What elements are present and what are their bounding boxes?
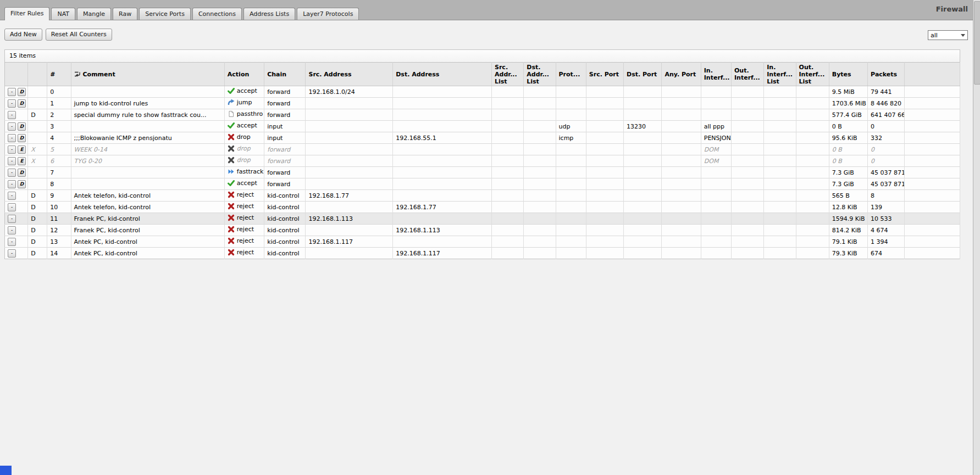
tab-connections[interactable]: Connections <box>192 8 242 20</box>
page-title: Firewall <box>936 5 968 13</box>
cell-flag: D <box>28 225 47 236</box>
cell-src-port <box>586 121 623 132</box>
filter-dropdown[interactable]: all <box>928 30 968 40</box>
comment-toggle-icon[interactable] <box>74 71 81 77</box>
row-disable-button[interactable]: D <box>18 122 26 131</box>
cell-dst-port <box>624 225 662 236</box>
row-remove-button[interactable]: - <box>8 215 16 223</box>
table-row[interactable]: -D9Antek telefon, kid-controlrejectkid-c… <box>5 190 960 202</box>
table-row[interactable]: -D10Antek telefon, kid-controlrejectkid-… <box>5 202 960 213</box>
cell-number: 0 <box>47 86 71 98</box>
cell-protocol <box>556 167 586 178</box>
row-remove-button[interactable]: - <box>8 157 16 165</box>
row-remove-button[interactable]: - <box>8 203 16 211</box>
table-row[interactable]: -D2special dummy rule to show fasttrack … <box>5 109 960 121</box>
reset-all-counters-button[interactable]: Reset All Counters <box>46 29 112 41</box>
action-value: accept <box>228 122 257 129</box>
row-disable-button[interactable]: D <box>18 99 26 108</box>
row-remove-button[interactable]: - <box>8 146 16 154</box>
tab-mangle[interactable]: Mangle <box>77 8 111 20</box>
cell-number: 1 <box>47 98 71 109</box>
cell-out-interface-list <box>796 86 829 98</box>
chevron-down-icon <box>961 34 965 37</box>
cell-src-port <box>586 178 623 190</box>
cell-chain: forward <box>264 155 306 167</box>
cell-action: passthro <box>224 109 264 121</box>
cell-packets: 8 446 820 <box>868 98 905 109</box>
cell-dst-port <box>624 178 662 190</box>
vertical-scrollbar[interactable] <box>973 0 980 475</box>
cell-src-address-list <box>492 178 524 190</box>
cell-action: reject <box>224 202 264 213</box>
table-row[interactable]: -D11Franek PC, kid-controlrejectkid-cont… <box>5 213 960 225</box>
action-jump-icon <box>228 99 235 106</box>
row-remove-button[interactable]: - <box>8 169 16 177</box>
table-row[interactable]: -EX5WEEK 0-14dropforwardDOM0 B0 <box>5 144 960 155</box>
row-remove-button[interactable]: - <box>8 238 16 246</box>
cell-chain: forward <box>264 109 306 121</box>
cell-action: reject <box>224 190 264 202</box>
row-remove-button[interactable]: - <box>8 226 16 234</box>
row-remove-button[interactable]: - <box>8 134 16 142</box>
row-disable-button[interactable]: D <box>18 88 26 96</box>
table-row[interactable]: -D12Franek PC, kid-controlrejectkid-cont… <box>5 225 960 236</box>
row-remove-button[interactable]: - <box>8 111 16 119</box>
tab-filter-rules[interactable]: Filter Rules <box>4 7 49 20</box>
cell-dst-address-list <box>524 190 556 202</box>
cell-packets: 79 441 <box>868 86 905 98</box>
row-disable-button[interactable]: D <box>18 180 26 188</box>
row-disable-button[interactable]: D <box>18 134 26 142</box>
cell-flag: D <box>28 190 47 202</box>
table-row[interactable]: -D3acceptinputudp13230all ppp0 B0 <box>5 121 960 132</box>
bottom-left-blue-artifact <box>0 466 12 475</box>
tab-raw[interactable]: Raw <box>113 8 137 20</box>
cell-in-interface <box>701 248 731 259</box>
cell-comment <box>71 121 224 132</box>
tab-nat[interactable]: NAT <box>51 8 75 20</box>
table-row[interactable]: -EX6TYG 0-20dropforwardDOM0 B0 <box>5 155 960 167</box>
tab-service-ports[interactable]: Service Ports <box>139 8 191 20</box>
cell-dst-port <box>624 98 662 109</box>
action-value: accept <box>228 87 257 94</box>
row-remove-button[interactable]: - <box>8 88 16 96</box>
row-remove-button[interactable]: - <box>8 249 16 258</box>
top-bar: Filter RulesNATMangleRawService PortsCon… <box>0 0 980 20</box>
add-new-button[interactable]: Add New <box>4 29 42 41</box>
cell-out-interface-list <box>796 98 829 109</box>
table-row[interactable]: -D14Antek PC, kid-controlrejectkid-contr… <box>5 248 960 259</box>
scrollbar-thumb[interactable] <box>974 1 980 85</box>
cell-comment <box>71 86 224 98</box>
tab-layer7-protocols[interactable]: Layer7 Protocols <box>297 8 359 20</box>
table-row[interactable]: -D4;;;Blokowanie ICMP z pensjonatudropin… <box>5 132 960 144</box>
table-row[interactable]: -D8acceptforward7.3 GiB45 037 871 <box>5 178 960 190</box>
row-enable-button[interactable]: E <box>18 146 26 154</box>
cell-dst-address-list <box>524 98 556 109</box>
table-row[interactable]: -D13Antek PC, kid-controlrejectkid-contr… <box>5 236 960 248</box>
cell-dst-port <box>624 86 662 98</box>
row-remove-button[interactable]: - <box>8 192 16 200</box>
cell-comment: Antek telefon, kid-control <box>71 202 224 213</box>
cell-number: 12 <box>47 225 71 236</box>
tab-address-lists[interactable]: Address Lists <box>243 8 295 20</box>
row-remove-button[interactable]: - <box>8 122 16 131</box>
cell-out-interface-list <box>796 236 829 248</box>
column-header-flag <box>28 63 47 86</box>
cell-out-interface <box>732 178 764 190</box>
table-header-row: #CommentActionChainSrc. AddressDst. Addr… <box>5 63 960 86</box>
table-row[interactable]: -D7fasttrackforward7.3 GiB45 037 871 <box>5 167 960 178</box>
row-remove-button[interactable]: - <box>8 99 16 108</box>
cell-in-interface-list <box>764 155 796 167</box>
table-row[interactable]: -D1jump to kid-control rulesjumpforward1… <box>5 98 960 109</box>
cell-src-address-list <box>492 155 524 167</box>
row-remove-button[interactable]: - <box>8 180 16 188</box>
cell-comment: TYG 0-20 <box>71 155 224 167</box>
cell-out-interface-list <box>796 225 829 236</box>
cell-chain: forward <box>264 167 306 178</box>
row-enable-button[interactable]: E <box>18 157 26 165</box>
table-row[interactable]: -D0acceptforward192.168.1.0/249.5 MiB79 … <box>5 86 960 98</box>
cell-out-interface <box>732 109 764 121</box>
cell-out-interface-list <box>796 144 829 155</box>
cell-any-port <box>662 144 701 155</box>
row-disable-button[interactable]: D <box>18 169 26 177</box>
cell-number: 11 <box>47 213 71 225</box>
